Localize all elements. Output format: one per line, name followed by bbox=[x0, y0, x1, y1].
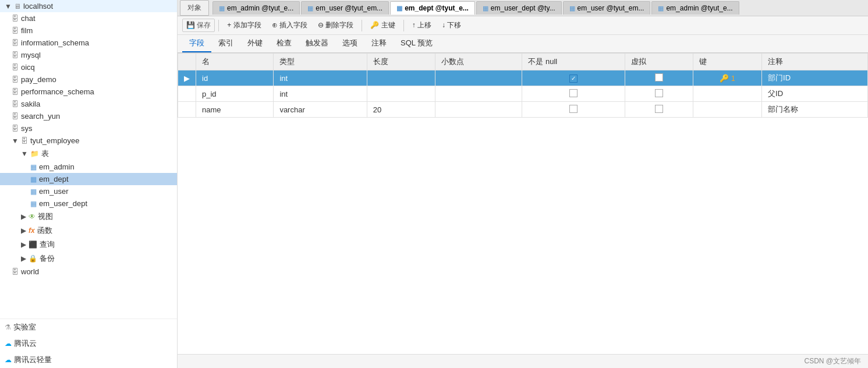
sidebar-item-film[interactable]: 🗄 film bbox=[0, 24, 177, 37]
field-type[interactable]: int bbox=[274, 86, 367, 102]
sidebar-item-em-dept[interactable]: ▦ em_dept ◀ bbox=[0, 173, 177, 185]
field-comment[interactable]: 部门ID bbox=[762, 70, 868, 86]
tab-em-admin[interactable]: ▦ em_admin @tyut_e... bbox=[212, 1, 300, 15]
save-button[interactable]: 💾 保存 bbox=[182, 19, 215, 32]
field-decimal[interactable] bbox=[435, 70, 522, 86]
field-name[interactable]: name bbox=[196, 102, 274, 118]
field-decimal[interactable] bbox=[435, 86, 522, 102]
sidebar-item-localhsot[interactable]: ▼ 🖥 localhsot bbox=[0, 0, 177, 12]
field-virtual[interactable] bbox=[625, 70, 693, 86]
cloud-icon: ☁ bbox=[5, 339, 12, 348]
expand-icon: ▼ bbox=[12, 137, 19, 145]
sidebar-item-em-user[interactable]: ▦ em_user bbox=[0, 185, 177, 197]
sidebar-item-chat[interactable]: 🗄 chat bbox=[0, 12, 177, 24]
sidebar-item-label: information_schema bbox=[21, 38, 89, 47]
field-name[interactable]: id bbox=[196, 70, 274, 86]
subtab-fields[interactable]: 字段 bbox=[182, 35, 211, 52]
sidebar-item-funcs-group[interactable]: ▶ fx 函数 bbox=[0, 224, 177, 238]
sidebar-item-tencent-cloud[interactable]: ☁ 腾讯云 bbox=[0, 335, 177, 352]
sidebar-item-information-schema[interactable]: 🗄 information_schema bbox=[0, 37, 177, 49]
virtual-checkbox[interactable] bbox=[655, 105, 663, 113]
tab-label: em_admin @tyut_e... bbox=[666, 4, 732, 12]
sidebar-item-sakila[interactable]: 🗄 sakila bbox=[0, 98, 177, 110]
insert-field-button[interactable]: ⊕ 插入字段 bbox=[267, 19, 312, 32]
table-icon: ▦ bbox=[396, 5, 402, 12]
sidebar-item-label: 查询 bbox=[40, 239, 55, 250]
sidebar-item-search-yun[interactable]: 🗄 search_yun bbox=[0, 110, 177, 122]
field-table-area: 名 类型 长度 小数点 不是 null 虚拟 键 注释 ▶ id int bbox=[178, 53, 868, 354]
sidebar-item-label: pay_demo bbox=[21, 75, 56, 84]
tab-em-user[interactable]: ▦ em_user @tyut_em... bbox=[301, 1, 389, 15]
table-row[interactable]: p_id int 父ID bbox=[178, 86, 868, 102]
sidebar-item-oicq[interactable]: 🗄 oicq bbox=[0, 61, 177, 73]
field-length[interactable] bbox=[367, 70, 435, 86]
sidebar-item-views-group[interactable]: ▶ 👁 视图 bbox=[0, 210, 177, 224]
sidebar-item-lab[interactable]: ⚗ 实验室 bbox=[0, 319, 177, 335]
sidebar-item-em-admin[interactable]: ▦ em_admin bbox=[0, 161, 177, 173]
field-not-null[interactable] bbox=[522, 86, 625, 102]
th-comment: 注释 bbox=[762, 54, 868, 70]
field-not-null[interactable] bbox=[522, 102, 625, 118]
virtual-checkbox[interactable] bbox=[655, 73, 663, 82]
primary-key-button[interactable]: 🔑 主键 bbox=[366, 19, 399, 32]
field-decimal[interactable] bbox=[435, 102, 522, 118]
move-up-button[interactable]: ↑ 上移 bbox=[408, 19, 436, 32]
field-comment[interactable]: 父ID bbox=[762, 86, 868, 102]
delete-field-button[interactable]: ⊖ 删除字段 bbox=[313, 19, 358, 32]
field-not-null[interactable] bbox=[522, 70, 625, 86]
move-down-button[interactable]: ↓ 下移 bbox=[437, 19, 466, 32]
toolbar-divider3 bbox=[403, 20, 404, 31]
field-name[interactable]: p_id bbox=[196, 86, 274, 102]
main-area: 对象 ▦ em_admin @tyut_e... ▦ em_user @tyut… bbox=[178, 0, 868, 368]
field-length[interactable] bbox=[367, 86, 435, 102]
not-null-checkbox[interactable] bbox=[569, 75, 578, 83]
sidebar-item-label: performance_schema bbox=[21, 87, 94, 96]
subtab-foreign-keys[interactable]: 外键 bbox=[240, 35, 270, 52]
tab-em-user-dept[interactable]: ▦ em_user_dept @ty... bbox=[476, 1, 562, 15]
sidebar-item-tyut-employee[interactable]: ▼ 🗄 tyut_employee bbox=[0, 135, 177, 147]
sidebar-item-world[interactable]: 🗄 world bbox=[0, 266, 177, 278]
sidebar-item-backups-group[interactable]: ▶ 🔒 备份 bbox=[0, 252, 177, 266]
subtab-checks[interactable]: 检查 bbox=[270, 35, 299, 52]
field-type[interactable]: varchar bbox=[274, 102, 367, 118]
tab-em-dept[interactable]: ▦ em_dept @tyut_e... bbox=[390, 1, 475, 15]
field-key: 🔑 1 bbox=[693, 70, 762, 86]
table-row[interactable]: name varchar 20 部门名称 bbox=[178, 102, 868, 118]
field-virtual[interactable] bbox=[625, 102, 693, 118]
sidebar-item-pay-demo[interactable]: 🗄 pay_demo bbox=[0, 73, 177, 86]
not-null-checkbox[interactable] bbox=[569, 105, 578, 113]
sidebar-item-em-user-dept[interactable]: ▦ em_user_dept bbox=[0, 197, 177, 210]
db-icon: 🗄 bbox=[12, 112, 19, 121]
tab-em-user2[interactable]: ▦ em_user @tyut_em... bbox=[563, 1, 651, 15]
tab-bar: 对象 ▦ em_admin @tyut_e... ▦ em_user @tyut… bbox=[178, 0, 868, 16]
table-icon: ▦ bbox=[30, 163, 37, 171]
sidebar-item-label: sys bbox=[21, 124, 33, 133]
sidebar-item-tencent-light[interactable]: ☁ 腾讯云轻量 bbox=[0, 352, 177, 368]
subtab-comments[interactable]: 注释 bbox=[364, 35, 394, 52]
sidebar-item-queries-group[interactable]: ▶ ⬛ 查询 bbox=[0, 238, 177, 252]
field-comment[interactable]: 部门名称 bbox=[762, 102, 868, 118]
object-tab[interactable]: 对象 bbox=[180, 0, 209, 16]
field-virtual[interactable] bbox=[625, 86, 693, 102]
sidebar-item-sys[interactable]: 🗄 sys bbox=[0, 122, 177, 135]
sidebar-item-tables-group[interactable]: ▼ 📁 表 bbox=[0, 147, 177, 161]
not-null-checkbox[interactable] bbox=[569, 89, 578, 97]
virtual-checkbox[interactable] bbox=[655, 89, 663, 97]
sidebar-item-label: sakila bbox=[21, 100, 40, 108]
tab-em-admin2[interactable]: ▦ em_admin @tyut_e... bbox=[651, 1, 739, 15]
th-decimal: 小数点 bbox=[435, 54, 522, 70]
subtab-triggers[interactable]: 触发器 bbox=[299, 35, 335, 52]
sidebar-item-performance-schema[interactable]: 🗄 performance_schema bbox=[0, 86, 177, 98]
subtab-sql-preview[interactable]: SQL 预览 bbox=[394, 35, 440, 52]
sidebar-item-label: chat bbox=[21, 14, 36, 23]
table-row[interactable]: ▶ id int 🔑 1 部门ID bbox=[178, 70, 868, 86]
field-type[interactable]: int bbox=[274, 70, 367, 86]
table-icon: ▦ bbox=[307, 5, 313, 12]
subtab-indexes[interactable]: 索引 bbox=[211, 35, 240, 52]
subtab-options[interactable]: 选项 bbox=[335, 35, 364, 52]
th-not-null: 不是 null bbox=[522, 54, 625, 70]
sidebar-item-mysql[interactable]: 🗄 mysql bbox=[0, 49, 177, 61]
tab-label: em_dept @tyut_e... bbox=[405, 4, 469, 12]
field-length[interactable]: 20 bbox=[367, 102, 435, 118]
add-field-button[interactable]: + 添加字段 bbox=[222, 19, 265, 32]
